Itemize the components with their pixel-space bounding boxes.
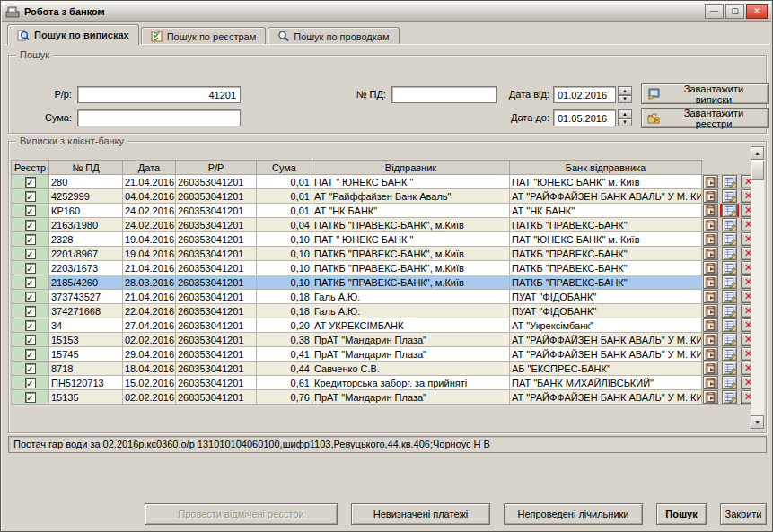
table-row[interactable]: ✓ 2203/1673 21.04.2016 260353041201 0,10… <box>12 261 753 275</box>
search-button[interactable]: Пошук <box>656 503 707 525</box>
row-edit-button[interactable] <box>722 376 737 389</box>
table-row[interactable]: ✓ 15153 02.02.2016 260353041201 0,38 ПрА… <box>12 333 753 347</box>
table-row[interactable]: ✓ 373743527 21.04.2016 260353041201 0,18… <box>12 290 753 304</box>
vertical-scrollbar[interactable]: ▲ ▼ <box>751 146 764 429</box>
undefined-payments-button[interactable]: Невизначені платежі <box>351 503 490 525</box>
maximize-button[interactable]: ▢ <box>725 4 744 19</box>
row-edit-button[interactable] <box>722 333 737 346</box>
row-import-button[interactable] <box>703 175 718 188</box>
register-list-icon <box>151 31 163 42</box>
account-input[interactable] <box>77 86 241 103</box>
row-import-button[interactable] <box>703 390 718 404</box>
cell-sender-bank: ПАТКБ "ПРАВЕКС-БАНК" <box>510 261 702 275</box>
row-edit-button[interactable] <box>722 232 737 246</box>
row-import-button[interactable] <box>703 232 718 246</box>
close-button[interactable]: ✕ <box>746 4 768 19</box>
register-checkbox-cell: ✓ <box>12 175 49 189</box>
register-checkbox[interactable]: ✓ <box>25 306 36 317</box>
table-row[interactable]: ✓ КР160 24.02.2016 260353041201 0,01 АТ … <box>12 204 753 218</box>
date-to-input[interactable] <box>553 109 616 126</box>
tab-search-transactions[interactable]: Пошук по проводкам <box>268 27 399 45</box>
row-edit-button[interactable] <box>722 362 737 375</box>
row-edit-button[interactable] <box>722 261 737 275</box>
table-row[interactable]: ✓ 2328 19.04.2016 260353041201 0,10 ПАТ … <box>12 232 753 247</box>
spin-down-button[interactable]: ▼ <box>618 95 632 104</box>
row-import-button[interactable] <box>703 204 718 217</box>
table-row[interactable]: ✓ 2185/4260 28.03.2016 260353041201 0,10… <box>12 275 753 290</box>
row-edit-button[interactable] <box>722 304 737 318</box>
table-row[interactable]: ✓ 8718 18.04.2016 260353041201 0,44 Савч… <box>12 362 753 376</box>
register-checkbox[interactable]: ✓ <box>25 363 36 374</box>
scroll-down-button[interactable]: ▼ <box>751 415 764 429</box>
close-dialog-button[interactable]: Закрити <box>720 503 767 525</box>
col-account: Р/Р <box>176 161 257 175</box>
register-checkbox[interactable]: ✓ <box>25 249 36 259</box>
register-checkbox[interactable]: ✓ <box>25 205 36 216</box>
row-import-button[interactable] <box>703 347 718 361</box>
row-edit-button[interactable] <box>722 390 737 404</box>
cell-sender-bank: ПАТ "БАНК МИХАЙЛІВСЬКИЙ" <box>510 376 702 390</box>
row-edit-button[interactable] <box>722 347 737 361</box>
spin-down-button[interactable]: ▼ <box>618 118 632 127</box>
amount-input[interactable] <box>77 109 241 126</box>
row-import-button[interactable] <box>703 218 718 231</box>
load-registers-button[interactable]: Завантажити реєстри <box>641 108 769 128</box>
cell-sender-bank: АТ "РАЙФФАЙЗЕН БАНК АВАЛЬ" У М. КИЄВІ <box>510 347 702 362</box>
table-row[interactable]: ✓ 2201/8967 19.04.2016 260353041201 0,10… <box>12 247 753 261</box>
register-checkbox[interactable]: ✓ <box>25 191 36 202</box>
row-import-button[interactable] <box>703 189 718 203</box>
load-registers-label: Завантажити реєстри <box>665 108 762 129</box>
register-checkbox[interactable]: ✓ <box>25 234 36 245</box>
tab-label: Пошук по проводкам <box>294 31 389 42</box>
register-checkbox[interactable]: ✓ <box>25 349 36 360</box>
unposted-counters-button[interactable]: Непроведені лічильники <box>504 503 643 525</box>
row-edit-button[interactable] <box>722 318 737 332</box>
row-actions-cell: ✕ <box>702 290 753 304</box>
table-row[interactable]: ✓ 374271668 22.04.2016 260353041201 0,18… <box>12 304 753 318</box>
register-checkbox[interactable]: ✓ <box>25 335 36 345</box>
row-import-button[interactable] <box>703 333 718 346</box>
scroll-up-button[interactable]: ▲ <box>751 146 764 160</box>
row-edit-button[interactable] <box>722 189 737 203</box>
row-edit-button[interactable] <box>722 218 737 231</box>
register-checkbox[interactable]: ✓ <box>25 277 36 288</box>
spin-up-button[interactable]: ▲ <box>618 86 632 95</box>
table-row[interactable]: ✓ ПН5120713 15.02.2016 260353041201 0,61… <box>12 376 753 390</box>
row-import-button[interactable] <box>703 362 718 375</box>
register-checkbox[interactable]: ✓ <box>25 177 36 188</box>
row-edit-button[interactable] <box>722 175 737 188</box>
register-checkbox[interactable]: ✓ <box>25 292 36 302</box>
register-checkbox-cell: ✓ <box>12 318 49 333</box>
row-edit-button[interactable] <box>722 204 737 217</box>
row-import-button[interactable] <box>703 275 718 289</box>
table-row[interactable]: ✓ 34 27.04.2016 260353041201 0,20 АТ УКР… <box>12 318 753 333</box>
col-amount: Сума <box>257 161 312 175</box>
row-edit-button[interactable] <box>722 275 737 289</box>
register-checkbox[interactable]: ✓ <box>25 220 36 231</box>
row-import-button[interactable] <box>703 290 718 303</box>
row-import-button[interactable] <box>703 318 718 332</box>
register-checkbox[interactable]: ✓ <box>25 378 36 388</box>
spin-up-button[interactable]: ▲ <box>618 109 632 118</box>
doc-number-input[interactable] <box>391 86 497 103</box>
row-import-button[interactable] <box>703 304 718 318</box>
tab-search-statements[interactable]: Пошук по виписках <box>7 24 139 45</box>
row-import-button[interactable] <box>703 261 718 275</box>
minimize-button[interactable]: — <box>705 4 724 19</box>
row-import-button[interactable] <box>703 247 718 260</box>
table-row[interactable]: ✓ 15745 29.04.2016 260353041201 0,41 ПрА… <box>12 347 753 362</box>
table-row[interactable]: ✓ 15135 02.02.2016 260353041201 0,76 ПрА… <box>12 390 753 405</box>
table-row[interactable]: ✓ 280 21.04.2016 260353041201 0,01 ПАТ "… <box>12 175 753 189</box>
date-from-input[interactable] <box>553 86 616 103</box>
load-statements-button[interactable]: Завантажити виписки <box>641 83 769 104</box>
row-import-button[interactable] <box>703 376 718 389</box>
tab-search-registers[interactable]: Пошук по реєстрам <box>141 27 267 45</box>
register-checkbox[interactable]: ✓ <box>25 392 36 403</box>
row-edit-button[interactable] <box>722 290 737 303</box>
table-row[interactable]: ✓ 4252999 04.04.2016 260353041201 0,01 А… <box>12 189 753 204</box>
register-checkbox[interactable]: ✓ <box>25 263 36 274</box>
scrollbar-thumb[interactable] <box>751 161 764 180</box>
row-edit-button[interactable] <box>722 247 737 260</box>
table-row[interactable]: ✓ 2163/1980 24.02.2016 260353041201 0,04… <box>12 218 753 232</box>
register-checkbox[interactable]: ✓ <box>25 320 36 331</box>
